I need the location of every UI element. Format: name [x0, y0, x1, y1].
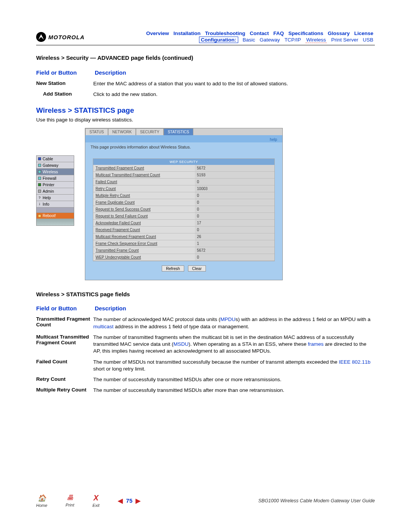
- side-menu-label: Wireless: [43, 169, 58, 174]
- nav-faq[interactable]: FAQ: [273, 30, 284, 36]
- motorola-batwing-icon: [36, 32, 46, 42]
- exit-button[interactable]: X Exit: [92, 494, 99, 508]
- side-menu-item-wireless[interactable]: Wireless: [37, 169, 74, 175]
- print-label: Print: [65, 503, 74, 507]
- square-icon: [38, 170, 41, 173]
- side-menu-item-firewall[interactable]: Firewall: [37, 175, 74, 182]
- pager: ◀ 75 ▶: [118, 497, 141, 505]
- stats-key: Retry Count: [93, 185, 195, 192]
- next-page-icon[interactable]: ▶: [135, 497, 141, 505]
- page-footer: 🏠 Home 🖶 Print X Exit ◀ 75 ▶ SBG1000 Wir…: [36, 494, 375, 508]
- header-divider: [36, 45, 375, 45]
- stats-row: WEP Undecryptable Count0: [93, 254, 274, 261]
- square-icon: [38, 177, 41, 180]
- subnav-tcpip[interactable]: TCP/IP: [284, 37, 301, 43]
- stats-key: Multicast Received Fragment Count: [93, 233, 195, 240]
- side-menu-item-info[interactable]: iInfo: [37, 201, 74, 208]
- glossary-link[interactable]: frames: [308, 341, 323, 347]
- field-label: Retry Count: [36, 376, 93, 383]
- stats-key: Request to Send Failure Count: [93, 213, 195, 220]
- section-intro-statistics: Use this page to display wireless statis…: [36, 117, 375, 123]
- side-menu-item-gateway[interactable]: Gateway: [37, 162, 74, 169]
- subnav-wireless[interactable]: Wireless: [306, 37, 327, 43]
- prev-page-icon[interactable]: ◀: [118, 497, 123, 505]
- nav-contact[interactable]: Contact: [250, 30, 269, 36]
- stats-value: 0: [195, 254, 274, 261]
- stats-row: Received Fragment Count0: [93, 227, 274, 233]
- stats-value: 0: [195, 192, 274, 199]
- side-menu-item-printer[interactable]: Printer: [37, 182, 74, 188]
- column-headers-2: Field or Button Description: [36, 305, 375, 312]
- exit-label: Exit: [92, 503, 99, 508]
- panel-intro-text: This page provides information about Wir…: [85, 142, 282, 153]
- glossary-link[interactable]: multicast: [93, 324, 113, 329]
- print-button[interactable]: 🖶 Print: [65, 494, 74, 507]
- home-button[interactable]: 🏠 Home: [36, 494, 47, 508]
- nav-overview[interactable]: Overview: [146, 30, 169, 36]
- side-menu: CableGatewayWirelessFirewallPrinterAdmin…: [36, 155, 74, 226]
- side-menu-item-cable[interactable]: Cable: [37, 156, 74, 162]
- field-desc: The number of successfully transmitted M…: [93, 376, 375, 383]
- fields-title-statistics: Wireless > STATISTICS page fields: [36, 291, 375, 297]
- glossary-link[interactable]: MSDU: [174, 341, 189, 347]
- nav-block: Overview Installation Troubleshooting Co…: [88, 30, 375, 43]
- stats-table: WEP SECURITY Transmitted Fragment Count5…: [93, 158, 275, 261]
- guide-title: SBG1000 Wireless Cable Modem Gateway Use…: [258, 498, 375, 503]
- glossary-link[interactable]: MPDU: [220, 316, 236, 322]
- top-nav: Overview Installation Troubleshooting Co…: [88, 30, 375, 36]
- stats-row: Request to Send Success Count0: [93, 206, 274, 213]
- stats-value: 0: [195, 227, 274, 233]
- tab-statistics[interactable]: STATISTICS: [164, 128, 193, 135]
- subnav-configuration[interactable]: Configuration:: [199, 37, 238, 43]
- col-field-2: Field or Button: [36, 305, 93, 312]
- field-desc: The number of successfully transmitted M…: [93, 387, 375, 394]
- side-menu-item-help[interactable]: ?Help: [37, 195, 74, 201]
- nav-specifications[interactable]: Specifications: [288, 30, 323, 36]
- stats-value: 0: [195, 206, 274, 213]
- stats-value: 17: [195, 220, 274, 227]
- glossary-link[interactable]: IEEE 802.11b: [339, 359, 370, 365]
- stats-value: 5672: [195, 247, 274, 254]
- field-desc: The number of MSDUs not transmitted succ…: [93, 359, 375, 372]
- tab-network[interactable]: NETWORK: [108, 128, 136, 135]
- side-menu-label: Printer: [43, 182, 54, 187]
- section-title-statistics: Wireless > STATISTICS page: [36, 106, 375, 115]
- subnav-usb[interactable]: USB: [363, 37, 373, 43]
- brand-logo: MOTOROLA: [36, 32, 84, 42]
- tab-security[interactable]: SECURITY: [136, 128, 164, 135]
- nav-glossary[interactable]: Glossary: [328, 30, 350, 36]
- subnav-gateway[interactable]: Gateway: [260, 37, 280, 43]
- clear-button[interactable]: Clear: [188, 265, 206, 272]
- subnav-basic[interactable]: Basic: [243, 37, 255, 43]
- square-icon: [38, 164, 41, 167]
- side-menu-item-admin[interactable]: Admin: [37, 188, 74, 195]
- tab-status[interactable]: STATUS: [85, 128, 108, 135]
- row-new-station: New Station Enter the MAC address of a s…: [36, 80, 375, 87]
- stats-key: Failed Count: [93, 179, 195, 185]
- reboot-icon: [38, 214, 41, 217]
- stats-value: 0: [195, 179, 274, 185]
- subnav-printserver[interactable]: Print Server: [331, 37, 358, 43]
- panel-help-link[interactable]: help: [85, 135, 282, 142]
- stats-value: 5672: [195, 165, 274, 172]
- field-label: Multicast Transmitted Fragment Count: [36, 334, 93, 355]
- nav-troubleshooting[interactable]: Troubleshooting: [205, 30, 245, 36]
- sub-nav: Configuration: Basic Gateway TCP/IP Wire…: [88, 37, 375, 43]
- stats-value: 0: [195, 213, 274, 220]
- stats-key: Frame Duplicate Count: [93, 199, 195, 206]
- stats-row: Multicast Received Fragment Count26: [93, 233, 274, 240]
- panel-tabs: STATUS NETWORK SECURITY STATISTICS: [85, 128, 282, 135]
- refresh-button[interactable]: Refresh: [162, 265, 184, 272]
- nav-license[interactable]: License: [354, 30, 373, 36]
- home-icon: 🏠: [38, 494, 46, 502]
- nav-installation[interactable]: Installation: [174, 30, 201, 36]
- label-add-station: Add Station: [36, 91, 93, 98]
- field-desc: The number of transmitted fragments when…: [93, 334, 375, 355]
- side-menu-reboot[interactable]: Reboot!: [37, 213, 74, 219]
- stats-key: Frame Check Sequence Error Count: [93, 240, 195, 247]
- breadcrumb-advanced: Wireless > Security — ADVANCED page fiel…: [36, 54, 375, 61]
- stats-key: Multiple Retry Count: [93, 192, 195, 199]
- print-icon: 🖶: [67, 494, 73, 502]
- stats-key: Transmitted Fragment Count: [93, 165, 195, 172]
- stats-value: 26: [195, 233, 274, 240]
